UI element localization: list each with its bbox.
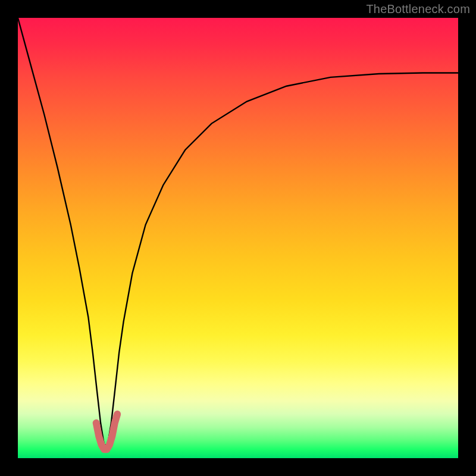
highlight-dip bbox=[96, 414, 118, 449]
curve-layer bbox=[18, 18, 458, 458]
bottleneck-curve bbox=[18, 18, 458, 445]
chart-frame: TheBottleneck.com bbox=[0, 0, 476, 476]
plot-area bbox=[18, 18, 458, 458]
watermark-text: TheBottleneck.com bbox=[366, 2, 470, 16]
